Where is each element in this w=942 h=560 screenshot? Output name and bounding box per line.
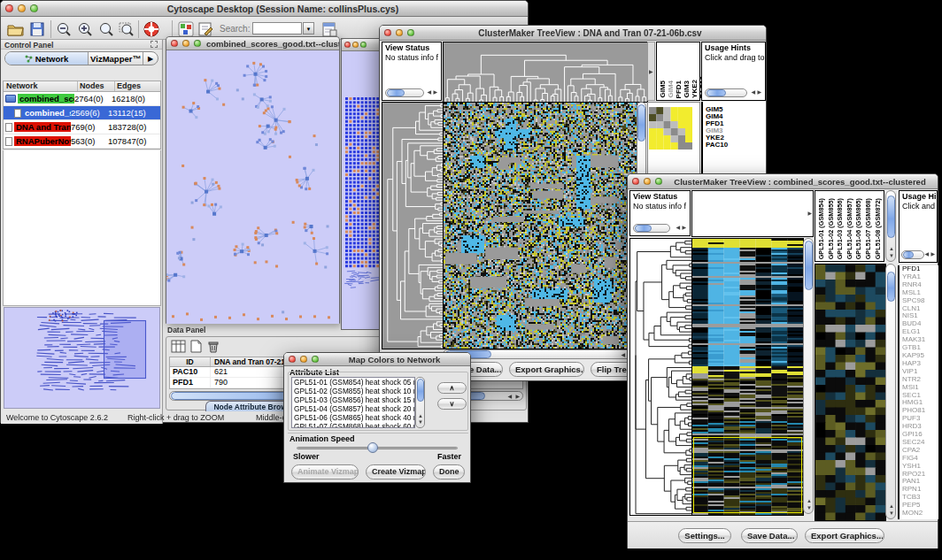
move-down-button[interactable]: ∨ bbox=[437, 398, 467, 410]
zoom-button[interactable] bbox=[360, 42, 367, 48]
network-canvas[interactable] bbox=[166, 50, 339, 324]
tv1-column-dendrogram[interactable] bbox=[443, 42, 648, 103]
minimize-button[interactable] bbox=[644, 178, 651, 185]
zoom-button[interactable] bbox=[655, 178, 662, 185]
attribute-list-item[interactable]: GPL51-01 (GSM854) heat shock 05 min bbox=[292, 378, 414, 387]
network-list-row[interactable]: combined_sco2569(6)13112(15) bbox=[4, 106, 160, 120]
tv2-zoom-heatmap[interactable] bbox=[815, 264, 886, 521]
main-titlebar[interactable]: Cytoscape Desktop (Session Name: collins… bbox=[1, 1, 528, 17]
column-label[interactable]: YKE2 bbox=[691, 80, 699, 98]
minimize-button[interactable] bbox=[182, 40, 189, 47]
zoom-selected-icon[interactable] bbox=[117, 19, 136, 39]
gene-label[interactable]: PAC10 bbox=[706, 142, 766, 149]
tv2-labels-vscrollbar[interactable]: ▲▼ bbox=[885, 190, 896, 262]
zoom-button[interactable] bbox=[194, 40, 201, 47]
column-label[interactable]: GIM5 bbox=[660, 81, 667, 98]
tv2-save-data-button[interactable]: Save Data... bbox=[741, 528, 798, 543]
tv2-settings-button[interactable]: Settings... bbox=[678, 528, 731, 543]
column-label[interactable]: GIM4 bbox=[668, 81, 675, 98]
zoom-button[interactable] bbox=[30, 4, 38, 12]
hidden-network-canvas[interactable] bbox=[342, 51, 379, 329]
tv2-zoom-vscrollbar[interactable]: ▲▼ bbox=[885, 264, 896, 519]
birdseye-view[interactable] bbox=[4, 307, 160, 409]
tab-overflow-arrow[interactable]: ▶ bbox=[143, 52, 158, 65]
column-label[interactable]: GPL51-07 (GSM868) bbox=[864, 198, 874, 259]
network-list-row[interactable]: RNAPuberNov2+563(0)107847(0) bbox=[4, 134, 160, 149]
new-attribute-icon[interactable] bbox=[190, 340, 202, 357]
hidden-window-titlebar[interactable] bbox=[342, 39, 379, 51]
dp-col-id[interactable]: ID bbox=[170, 357, 211, 366]
animate-vizmap-button[interactable]: Animate Vizmap bbox=[291, 464, 359, 479]
column-label[interactable]: GPL51-03 (GSM856) bbox=[836, 198, 845, 259]
tab-vizmapper[interactable]: VizMapper™ bbox=[89, 52, 143, 65]
tv2-export-graphics-button[interactable]: Export Graphics... bbox=[805, 528, 884, 543]
network-list-row[interactable]: DNA and Tran 07769(0)183728(0) bbox=[4, 120, 160, 134]
tv2-column-dendrogram-area[interactable]: ▶ bbox=[691, 190, 814, 237]
tv1-export-graphics-button[interactable]: Export Graphics... bbox=[509, 362, 584, 377]
save-icon[interactable] bbox=[27, 19, 47, 39]
attribute-select-icon[interactable] bbox=[171, 340, 186, 357]
tv1-usage-scrollbar[interactable] bbox=[705, 88, 747, 97]
help-icon[interactable] bbox=[142, 19, 161, 39]
tv2-row-dendrogram[interactable] bbox=[629, 238, 692, 516]
tv2-heatmap[interactable] bbox=[691, 238, 804, 516]
tv2-titlebar[interactable]: ClusterMaker TreeView : combined_scores_… bbox=[628, 174, 938, 189]
tv2-status-scrollbar[interactable] bbox=[633, 224, 670, 233]
close-button[interactable] bbox=[5, 4, 13, 12]
minimize-button[interactable] bbox=[18, 4, 26, 12]
tv1-row-dendrogram[interactable] bbox=[382, 102, 444, 349]
tv1-status-scrollbar[interactable] bbox=[385, 88, 424, 97]
column-label[interactable]: GPL51-02 (GSM855) bbox=[827, 198, 837, 259]
column-label[interactable]: PFD1 bbox=[676, 81, 683, 98]
attribute-list-item[interactable]: GPL51-04 (GSM857) heat shock 20 min bbox=[292, 404, 414, 413]
search-dropdown-icon[interactable]: ▼ bbox=[303, 22, 314, 35]
delete-attribute-icon[interactable] bbox=[207, 340, 220, 357]
tv1-hscrollbar[interactable]: ◀▶ bbox=[443, 349, 636, 359]
attribute-list-item[interactable]: GPL51-07 (GSM868) heat shock 60 min bbox=[292, 422, 414, 428]
move-up-button[interactable]: ∧ bbox=[437, 382, 467, 394]
tv1-splitter[interactable]: ▶ bbox=[647, 42, 655, 101]
close-button[interactable] bbox=[632, 178, 639, 185]
tv2-vscrollbar[interactable]: ▲▼ bbox=[803, 238, 814, 514]
close-button[interactable] bbox=[384, 29, 391, 36]
tv1-heatmap[interactable] bbox=[443, 102, 637, 349]
network-view-titlebar[interactable]: combined_scores_good.txt--cluste... bbox=[166, 37, 339, 50]
col-nodes[interactable]: Nodes bbox=[78, 81, 115, 91]
minimize-button[interactable] bbox=[300, 356, 307, 363]
column-label[interactable]: GPL51-04 (GSM857) bbox=[845, 198, 855, 259]
col-edges[interactable]: Edges bbox=[115, 81, 160, 91]
dialog-titlebar[interactable]: Map Colors to Network bbox=[284, 353, 470, 366]
speed-slider-thumb[interactable] bbox=[367, 442, 378, 453]
column-label[interactable]: GPL51-08 (GSM872) bbox=[874, 198, 884, 259]
open-file-icon[interactable] bbox=[5, 19, 25, 39]
close-button[interactable] bbox=[344, 42, 351, 48]
hidden-network-window bbox=[341, 38, 380, 330]
col-network[interactable]: Network bbox=[4, 81, 78, 91]
create-vizmap-button[interactable]: Create Vizmap bbox=[366, 464, 426, 479]
column-label[interactable]: GIM3 bbox=[683, 81, 691, 98]
attribute-list-item[interactable]: GPL51-06 (GSM865) heat shock 40 min bbox=[292, 413, 414, 422]
close-button[interactable] bbox=[171, 40, 178, 47]
attribute-list-scrollbar[interactable]: ▲▼ bbox=[415, 377, 425, 428]
tv1-titlebar[interactable]: ClusterMaker TreeView : DNA and Tran 07-… bbox=[380, 26, 766, 41]
zoom-fit-icon[interactable] bbox=[97, 19, 116, 39]
minimize-button[interactable] bbox=[352, 42, 359, 48]
network-list-row[interactable]: combined_scores2764(0)16218(0) bbox=[4, 92, 160, 106]
float-panel-icon[interactable] bbox=[151, 41, 158, 48]
zoom-button[interactable] bbox=[312, 356, 319, 363]
gene-label[interactable]: MON2 bbox=[902, 510, 938, 518]
zoom-button[interactable] bbox=[407, 29, 414, 36]
attribute-list-item[interactable]: GPL51-03 (GSM856) heat shock 15 min bbox=[292, 395, 414, 404]
search-input[interactable] bbox=[252, 22, 302, 35]
zoom-out-icon[interactable] bbox=[54, 19, 73, 39]
close-button[interactable] bbox=[289, 356, 296, 363]
column-label[interactable]: GPL51-06 (GSM865) bbox=[854, 198, 864, 259]
column-label[interactable]: GPL51-01 (GSM854) bbox=[817, 198, 827, 259]
tab-network[interactable]: Network bbox=[5, 52, 89, 65]
minimize-button[interactable] bbox=[396, 29, 403, 36]
zoom-in-icon[interactable] bbox=[75, 19, 95, 39]
tv1-zoom-matrix[interactable] bbox=[649, 107, 692, 150]
done-button[interactable]: Done bbox=[433, 464, 465, 479]
tv2-usage-scrollbar[interactable] bbox=[901, 250, 924, 259]
attribute-list-item[interactable]: GPL51-02 (GSM855) heat shock 10 min bbox=[292, 387, 414, 395]
